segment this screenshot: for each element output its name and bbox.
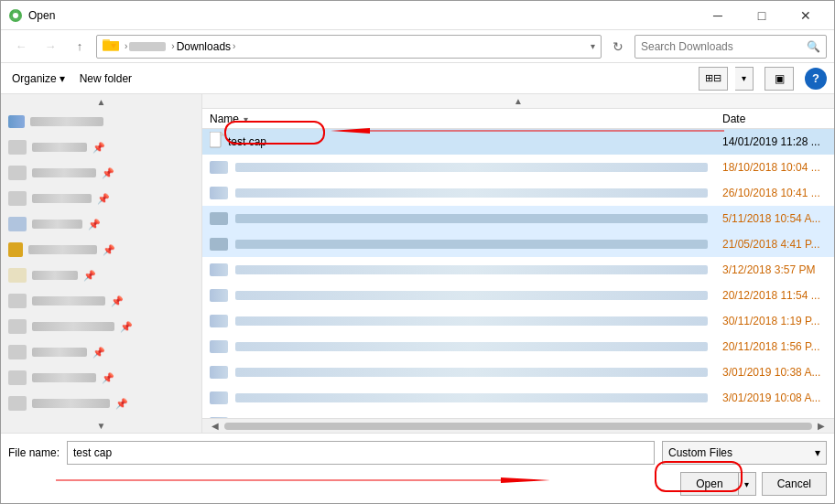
sidebar-content: 📌 📌 📌 📌 xyxy=(1,94,201,433)
address-bar[interactable]: › › Downloads › ▾ xyxy=(96,35,602,59)
horizontal-scrollbar[interactable]: ◀ ▶ xyxy=(202,418,834,433)
file-icon xyxy=(210,366,228,379)
view-button[interactable]: ⊞⊟ xyxy=(699,67,728,91)
pane-button[interactable]: ▣ xyxy=(765,67,794,91)
svg-rect-6 xyxy=(210,132,221,147)
search-input[interactable] xyxy=(641,40,807,53)
file-icon xyxy=(210,212,228,225)
up-button[interactable]: ↑ xyxy=(67,34,92,59)
sidebar-item[interactable]: 📌 xyxy=(1,288,201,314)
sidebar-label xyxy=(32,348,87,357)
window-controls: ─ □ ✕ xyxy=(697,1,827,30)
pin-icon: 📌 xyxy=(83,270,96,282)
help-button[interactable]: ? xyxy=(805,68,827,90)
svg-rect-4 xyxy=(103,41,119,50)
date-column-header[interactable]: Date xyxy=(715,113,834,125)
pin-icon: 📌 xyxy=(88,219,101,231)
title-bar: Open ─ □ ✕ xyxy=(1,1,834,30)
filename-input[interactable] xyxy=(67,441,655,465)
sidebar-folder-icon xyxy=(8,268,27,283)
table-row[interactable]: 5/11/2018 10:54 A... xyxy=(202,206,834,231)
refresh-button[interactable]: ↻ xyxy=(605,34,631,59)
minimize-button[interactable]: ─ xyxy=(697,1,739,30)
table-row[interactable]: 20/11/2018 1:56 P... xyxy=(202,334,834,359)
sidebar-folder-icon xyxy=(8,319,27,334)
close-button[interactable]: ✕ xyxy=(785,1,827,30)
table-row[interactable]: 3/12/2018 3:57 PM xyxy=(202,257,834,283)
sidebar-item[interactable]: 📌 xyxy=(1,134,201,160)
filetype-dropdown[interactable]: Custom Files ▾ xyxy=(662,441,827,465)
scroll-right-button[interactable]: ▶ xyxy=(812,421,830,431)
sidebar-item[interactable]: 📌 xyxy=(1,160,201,186)
file-date: 26/10/2018 10:41 ... xyxy=(715,187,834,199)
sidebar-item[interactable]: 📌 xyxy=(1,391,201,416)
open-dropdown-button[interactable]: ▾ xyxy=(738,472,756,496)
address-separator: › xyxy=(171,41,174,51)
title-text: Open xyxy=(28,9,697,22)
pin-icon: 📌 xyxy=(97,193,110,205)
file-name xyxy=(235,214,708,223)
sidebar-item[interactable]: 📌 xyxy=(1,314,201,339)
address-path: Downloads xyxy=(177,40,231,53)
sidebar-item[interactable]: 📌 xyxy=(1,237,201,263)
pin-icon: 📌 xyxy=(111,295,124,307)
cancel-button[interactable]: Cancel xyxy=(762,472,827,496)
sidebar-folder-icon xyxy=(8,140,27,155)
sidebar-folder-icon xyxy=(8,370,27,385)
table-row[interactable]: 18/10/2018 10:04 ... xyxy=(202,155,834,180)
address-dropdown-button[interactable]: ▾ xyxy=(591,41,595,51)
scroll-left-button[interactable]: ◀ xyxy=(206,421,224,431)
filename-label: File name: xyxy=(8,446,60,459)
sidebar-item[interactable]: 📌 xyxy=(1,339,201,365)
sidebar-item[interactable]: 📌 xyxy=(1,186,201,211)
sidebar-label xyxy=(32,399,110,408)
sidebar-item[interactable]: 📌 xyxy=(1,211,201,237)
file-date: 20/11/2018 1:56 P... xyxy=(715,340,834,353)
open-button[interactable]: Open xyxy=(680,472,737,496)
file-date: 3/01/2019 10:38 A... xyxy=(715,366,834,379)
table-row[interactable]: test cap 14/01/2019 11:28 ... xyxy=(202,129,834,155)
organize-button[interactable]: Organize ▾ xyxy=(8,70,69,87)
search-box: 🔍 xyxy=(634,35,827,59)
file-icon xyxy=(210,238,228,251)
list-scroll-up[interactable]: ▲ xyxy=(202,94,834,109)
sidebar-label xyxy=(32,322,114,331)
table-row[interactable]: 3/01/2019 9:06 AM xyxy=(202,411,834,418)
sidebar-folder-icon xyxy=(8,191,27,206)
file-date: 14/01/2019 11:28 ... xyxy=(715,135,834,148)
maximize-button[interactable]: □ xyxy=(741,1,783,30)
bottom-section: File name: Custom Files ▾ Open ▾ Cancel xyxy=(1,433,834,503)
back-button[interactable]: ← xyxy=(8,34,34,59)
pin-icon: 📌 xyxy=(102,167,114,179)
search-icon: 🔍 xyxy=(807,40,820,53)
open-button-group: Open ▾ xyxy=(680,472,755,496)
view-dropdown-button[interactable]: ▾ xyxy=(735,67,754,91)
pin-icon: 📌 xyxy=(92,347,105,359)
sidebar-scroll-up[interactable]: ▲ xyxy=(1,94,201,109)
filetype-dropdown-arrow-icon: ▾ xyxy=(815,446,820,459)
table-row[interactable]: 26/10/2018 10:41 ... xyxy=(202,180,834,206)
folder-icon xyxy=(103,38,119,54)
pin-icon: 📌 xyxy=(115,398,128,410)
sidebar-item[interactable]: 📌 xyxy=(1,365,201,391)
sidebar-scroll-down[interactable]: ▼ xyxy=(1,418,201,433)
table-row[interactable]: 20/12/2018 11:54 ... xyxy=(202,283,834,308)
table-row[interactable]: 21/05/2018 4:41 P... xyxy=(202,231,834,257)
sidebar-item[interactable]: 📌 xyxy=(1,263,201,288)
table-row[interactable]: 30/11/2018 1:19 P... xyxy=(202,308,834,334)
sidebar-folder-icon xyxy=(8,166,27,180)
name-column-header[interactable]: Name ▾ xyxy=(202,113,715,125)
new-folder-button[interactable]: New folder xyxy=(76,70,136,87)
svg-point-1 xyxy=(13,13,18,18)
pin-icon: 📌 xyxy=(120,321,133,333)
table-row[interactable]: 3/01/2019 10:08 A... xyxy=(202,385,834,411)
sidebar-label xyxy=(28,245,97,254)
address-blur xyxy=(129,42,166,51)
scroll-thumb[interactable] xyxy=(224,423,812,430)
sidebar-item[interactable] xyxy=(1,109,201,134)
file-name xyxy=(235,393,708,402)
table-row[interactable]: 3/01/2019 10:38 A... xyxy=(202,359,834,385)
forward-button[interactable]: → xyxy=(38,34,63,59)
file-icon xyxy=(210,161,228,174)
file-icon xyxy=(210,132,224,151)
